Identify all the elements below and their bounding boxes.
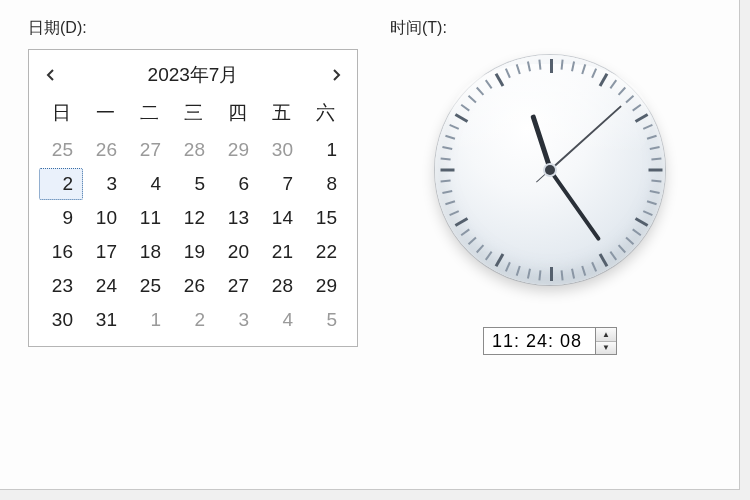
calendar-day-cell[interactable]: 5 [303, 304, 347, 336]
clock-tick-minor [651, 180, 661, 183]
clock-tick-major [599, 73, 609, 87]
clock-tick-minor [538, 60, 541, 70]
calendar-day-cell[interactable]: 19 [171, 236, 215, 268]
chevron-right-icon [332, 69, 341, 81]
clock-tick-major [635, 113, 649, 123]
prev-month-button[interactable] [41, 66, 59, 84]
calendar-day-cell[interactable]: 25 [127, 270, 171, 302]
clock-tick-minor [461, 229, 470, 236]
calendar-day-cell[interactable]: 12 [171, 202, 215, 234]
calendar-day-cell[interactable]: 30 [259, 134, 303, 166]
clock-tick-minor [591, 68, 597, 78]
calendar-day-cell[interactable]: 2 [171, 304, 215, 336]
calendar-day-cell[interactable]: 21 [259, 236, 303, 268]
calendar-day-cell[interactable]: 10 [83, 202, 127, 234]
calendar-day-cell[interactable]: 5 [171, 168, 215, 200]
calendar-day-cell[interactable]: 27 [215, 270, 259, 302]
time-down-button[interactable]: ▼ [596, 342, 616, 355]
calendar-day-cell[interactable]: 4 [259, 304, 303, 336]
spinner-buttons: ▲ ▼ [595, 327, 617, 355]
clock-tick-minor [643, 210, 653, 216]
calendar-day-cell[interactable]: 16 [39, 236, 83, 268]
calendar-title[interactable]: 2023年7月 [148, 62, 239, 88]
calendar-day-cell[interactable]: 31 [83, 304, 127, 336]
calendar-day-cell[interactable]: 24 [83, 270, 127, 302]
clock-tick-minor [651, 157, 661, 160]
calendar-day-cell[interactable]: 27 [127, 134, 171, 166]
clock-tick-minor [505, 68, 511, 78]
calendar-day-cell[interactable]: 23 [39, 270, 83, 302]
calendar-day-cell[interactable]: 28 [171, 134, 215, 166]
clock-tick-minor [618, 244, 626, 253]
calendar-day-cell[interactable]: 26 [171, 270, 215, 302]
next-month-button[interactable] [327, 66, 345, 84]
calendar-weekday-header: 一 [83, 96, 127, 132]
clock-tick-minor [476, 244, 484, 253]
clock-tick-minor [445, 200, 455, 205]
clock-tick-minor [441, 180, 451, 183]
clock-tick-minor [538, 270, 541, 280]
clock-tick-minor [632, 104, 641, 111]
calendar-day-cell[interactable]: 4 [127, 168, 171, 200]
calendar-day-cell[interactable]: 29 [303, 270, 347, 302]
clock-tick-major [455, 217, 469, 227]
calendar-day-cell[interactable]: 3 [215, 304, 259, 336]
calendar-day-cell[interactable]: 8 [303, 168, 347, 200]
date-time-panel: 日期(D): 2023年7月 日一二三四五六252627282930123456… [0, 0, 740, 490]
calendar-day-cell[interactable]: 1 [127, 304, 171, 336]
date-section: 日期(D): 2023年7月 日一二三四五六252627282930123456… [28, 18, 358, 347]
time-label: 时间(T): [390, 18, 710, 39]
clock-tick-minor [561, 270, 564, 280]
clock-tick-major [599, 253, 609, 267]
calendar-day-cell[interactable]: 14 [259, 202, 303, 234]
chevron-left-icon [46, 69, 55, 81]
time-spinner: ▲ ▼ [483, 327, 617, 355]
clock-tick-minor [571, 269, 575, 279]
calendar-day-cell[interactable]: 30 [39, 304, 83, 336]
clock-tick-major [550, 267, 553, 281]
clock-tick-minor [643, 124, 653, 130]
calendar-day-cell[interactable]: 2 [39, 168, 83, 200]
clock-tick-minor [468, 237, 477, 245]
clock-tick-minor [516, 266, 521, 276]
calendar-weekday-header: 四 [215, 96, 259, 132]
calendar-day-cell[interactable]: 26 [83, 134, 127, 166]
clock-face [435, 55, 665, 285]
clock-tick-minor [476, 87, 484, 96]
calendar-day-cell[interactable]: 13 [215, 202, 259, 234]
calendar-day-cell[interactable]: 1 [303, 134, 347, 166]
clock-tick-minor [485, 80, 492, 89]
clock-pin [545, 165, 555, 175]
calendar-weekday-header: 日 [39, 96, 83, 132]
calendar-day-cell[interactable]: 17 [83, 236, 127, 268]
calendar-day-cell[interactable]: 9 [39, 202, 83, 234]
minute-hand [548, 169, 601, 242]
calendar-day-cell[interactable]: 22 [303, 236, 347, 268]
calendar-day-cell[interactable]: 18 [127, 236, 171, 268]
date-label: 日期(D): [28, 18, 358, 39]
time-input[interactable] [483, 327, 595, 355]
calendar-day-cell[interactable]: 3 [83, 168, 127, 200]
time-section: 时间(T): ▲ ▼ [390, 18, 710, 355]
clock-tick-minor [505, 262, 511, 272]
clock-tick-minor [632, 229, 641, 236]
calendar-day-cell[interactable]: 11 [127, 202, 171, 234]
clock-tick-minor [449, 210, 459, 216]
chevron-down-icon: ▼ [602, 343, 610, 352]
calendar-day-cell[interactable]: 7 [259, 168, 303, 200]
clock-tick-minor [561, 60, 564, 70]
calendar-day-cell[interactable]: 29 [215, 134, 259, 166]
calendar-day-cell[interactable]: 25 [39, 134, 83, 166]
clock-tick-major [495, 73, 505, 87]
calendar-day-cell[interactable]: 15 [303, 202, 347, 234]
calendar-day-cell[interactable]: 28 [259, 270, 303, 302]
calendar-weekday-header: 三 [171, 96, 215, 132]
time-up-button[interactable]: ▲ [596, 328, 616, 342]
clock-tick-minor [442, 146, 452, 150]
clock-tick-minor [591, 262, 597, 272]
calendar-day-cell[interactable]: 6 [215, 168, 259, 200]
calendar-grid: 日一二三四五六252627282930123456789101112131415… [39, 96, 347, 336]
calendar-day-cell[interactable]: 20 [215, 236, 259, 268]
clock-tick-minor [581, 64, 586, 74]
clock-tick-major [550, 59, 553, 73]
